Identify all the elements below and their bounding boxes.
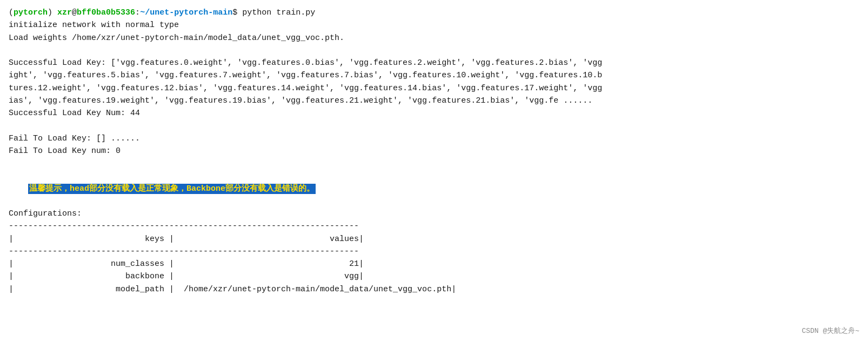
highlight-line: 温馨提示，head部分没有载入是正常现象，Backbone部分没有载入是错误的。 [9,170,859,208]
output-line-4: ight', 'vgg.features.5.bias', 'vgg.featu… [9,69,859,82]
output-line-5: tures.12.weight', 'vgg.features.12.bias'… [9,82,859,95]
output-line-9: Fail To Load Key num: 0 [9,145,859,157]
empty-line-2 [9,119,859,132]
terminal-window: (pytorch) xzr@bff0ba0b5336:~/unet-pytorc… [0,0,868,341]
output-line-2: Load weights /home/xzr/unet-pytorch-main… [9,32,859,44]
table-header: | keys | values| [9,233,859,245]
prompt-colon: : [135,6,140,19]
prompt-dollar: $ [232,6,242,19]
table-row-3: | model_path | /home/xzr/unet-pytorch-ma… [9,283,859,296]
prompt-path: ~/unet-pytorch-main [140,6,232,19]
table-row-2: | backbone | vgg| [9,270,859,283]
output-line-6: ias', 'vgg.features.19.weight', 'vgg.fea… [9,95,859,107]
table-row-1: | num_classes | 21| [9,258,859,270]
output-line-8: Fail To Load Key: [] ...... [9,132,859,145]
output-line-7: Successful Load Key Num: 44 [9,107,859,119]
empty-line-1 [9,44,859,57]
prompt-env: pytorch [14,6,48,19]
prompt-user: xzr [57,6,72,19]
separator-1: ----------------------------------------… [9,220,859,232]
prompt-close-paren: ) [48,6,57,19]
output-line-1: initialize network with normal type [9,19,859,31]
prompt-at: @ [72,6,77,19]
prompt-host: bff0ba0b5336 [77,6,135,19]
prompt-command: python train.py [242,6,315,19]
separator-2: ----------------------------------------… [9,245,859,258]
watermark: CSDN @失航之舟~ [802,326,859,337]
output-line-3: Successful Load Key: ['vgg.features.0.we… [9,57,859,69]
prompt-open-paren: ( [9,6,14,19]
empty-line-3 [9,157,859,170]
configurations-label: Configurations: [9,208,859,220]
highlight-text: 温馨提示，head部分没有载入是正常现象，Backbone部分没有载入是错误的。 [28,184,316,194]
prompt-line: (pytorch) xzr@bff0ba0b5336:~/unet-pytorc… [9,6,859,19]
